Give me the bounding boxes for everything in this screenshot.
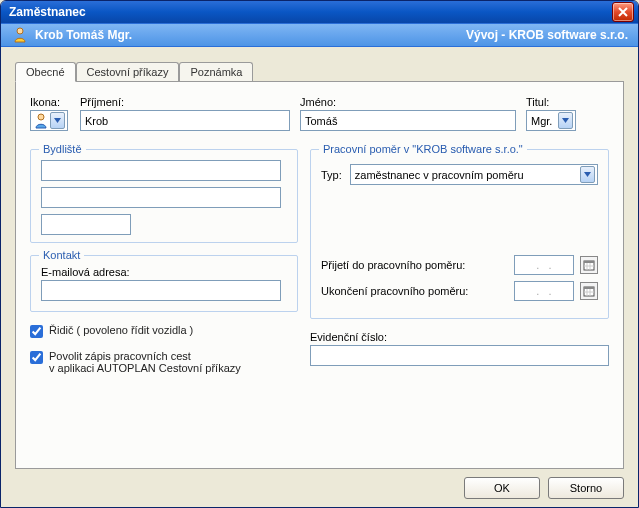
- subheader: Krob Tomáš Mgr. Vývoj - KROB software s.…: [1, 23, 638, 47]
- employee-name: Krob Tomáš Mgr.: [35, 28, 132, 42]
- close-button[interactable]: [612, 2, 634, 22]
- group-contact-title: Kontakt: [39, 249, 84, 261]
- group-work-relation: Pracovní poměr v "KROB software s.r.o." …: [310, 149, 609, 319]
- start-date-input[interactable]: [514, 255, 574, 275]
- label-surname: Příjmení:: [80, 96, 290, 108]
- svg-rect-8: [584, 287, 594, 289]
- window-title: Zaměstnanec: [9, 5, 612, 19]
- chevron-down-icon: [580, 166, 595, 183]
- ok-button[interactable]: OK: [464, 477, 540, 499]
- allow-trips-label-line2: v aplikaci AUTOPLAN Cestovní příkazy: [49, 362, 241, 374]
- tab-note[interactable]: Poznámka: [179, 62, 253, 81]
- label-icon: Ikona:: [30, 96, 70, 108]
- tab-panel-general: Ikona: Příjmení:: [15, 81, 624, 469]
- firstname-input[interactable]: [300, 110, 516, 131]
- surname-input[interactable]: [80, 110, 290, 131]
- tab-travel-orders[interactable]: Cestovní příkazy: [76, 62, 180, 81]
- label-start-date: Přijetí do pracovního poměru:: [321, 259, 508, 271]
- label-worktype: Typ:: [321, 169, 342, 181]
- group-contact: Kontakt E-mailová adresa:: [30, 255, 298, 312]
- svg-point-1: [38, 114, 44, 120]
- employee-org: Vývoj - KROB software s.r.o.: [466, 28, 628, 42]
- calendar-icon: [583, 259, 595, 271]
- content-area: Obecné Cestovní příkazy Poznámka Ikona:: [1, 47, 638, 507]
- allow-trips-checkbox-row: Povolit zápis pracovních cest v aplikaci…: [30, 350, 298, 374]
- label-firstname: Jméno:: [300, 96, 516, 108]
- close-icon: [618, 7, 628, 17]
- svg-point-0: [17, 28, 23, 34]
- address3-input[interactable]: [41, 214, 131, 235]
- svg-rect-3: [584, 261, 594, 263]
- allow-trips-checkbox[interactable]: [30, 351, 43, 364]
- email-input[interactable]: [41, 280, 281, 301]
- label-email: E-mailová adresa:: [41, 266, 287, 278]
- calendar-icon: [583, 285, 595, 297]
- top-fields: Ikona: Příjmení:: [30, 96, 609, 131]
- end-date-input[interactable]: [514, 281, 574, 301]
- tab-strip: Obecné Cestovní příkazy Poznámka: [15, 59, 624, 81]
- worktype-select[interactable]: zaměstnanec v pracovním poměru: [350, 164, 598, 185]
- titlebar: Zaměstnanec: [1, 1, 638, 23]
- driver-checkbox[interactable]: [30, 325, 43, 338]
- person-icon: [11, 26, 29, 44]
- address2-input[interactable]: [41, 187, 281, 208]
- ev-number-input[interactable]: [310, 345, 609, 366]
- group-residence: Bydliště: [30, 149, 298, 243]
- chevron-down-icon: [50, 112, 65, 129]
- label-title: Titul:: [526, 96, 576, 108]
- group-residence-title: Bydliště: [39, 143, 86, 155]
- calendar-button-end[interactable]: [580, 282, 598, 300]
- label-ev-number: Evidenční číslo:: [310, 331, 609, 343]
- driver-label: Řidič ( povoleno řídit vozidla ): [49, 324, 193, 336]
- cancel-button[interactable]: Storno: [548, 477, 624, 499]
- driver-checkbox-row: Řidič ( povoleno řídit vozidla ): [30, 324, 298, 338]
- allow-trips-label-line1: Povolit zápis pracovních cest: [49, 350, 241, 362]
- address1-input[interactable]: [41, 160, 281, 181]
- label-end-date: Ukončení pracovního poměru:: [321, 285, 508, 297]
- chevron-down-icon: [558, 112, 573, 129]
- title-select[interactable]: Mgr.: [526, 110, 576, 131]
- person-icon: [34, 113, 48, 129]
- employee-dialog: Zaměstnanec Krob Tomáš Mgr. Vývoj - KROB…: [0, 0, 639, 508]
- calendar-button-start[interactable]: [580, 256, 598, 274]
- tab-general[interactable]: Obecné: [15, 62, 76, 82]
- icon-select[interactable]: [30, 110, 68, 131]
- dialog-footer: OK Storno: [15, 477, 624, 499]
- group-work-relation-title: Pracovní poměr v "KROB software s.r.o.": [319, 143, 527, 155]
